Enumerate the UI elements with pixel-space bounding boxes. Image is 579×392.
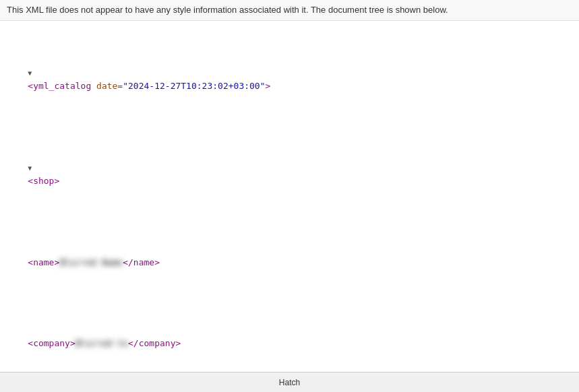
- blurred-name: Blurred Name: [59, 256, 123, 269]
- footer-label: Hatch: [279, 378, 300, 387]
- triangle-shop[interactable]: ▼: [28, 164, 32, 172]
- footer: Hatch: [0, 372, 579, 392]
- info-bar: This XML file does not appear to have an…: [0, 0, 579, 21]
- info-text: This XML file does not appear to have an…: [7, 5, 448, 15]
- triangle-yml[interactable]: ▼: [28, 69, 32, 77]
- xml-tag-yml: <yml_catalog: [28, 81, 96, 91]
- xml-viewer: ▼ <yml_catalog date="2024-12-27T10:23:02…: [0, 21, 579, 392]
- blurred-company: Blurred Co: [75, 337, 128, 350]
- xml-tag-shop: <shop>: [28, 176, 59, 186]
